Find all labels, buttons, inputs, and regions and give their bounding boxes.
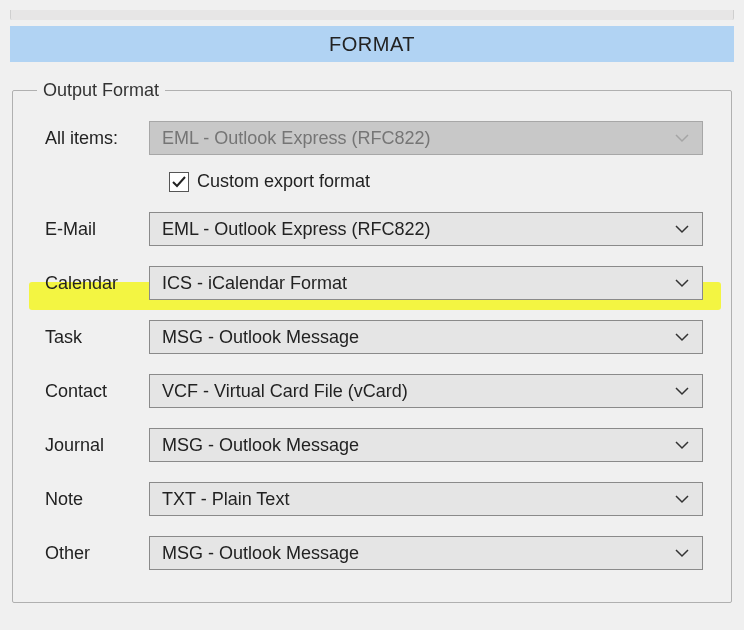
top-strip bbox=[10, 10, 734, 20]
combo-note[interactable]: TXT - Plain Text bbox=[149, 482, 703, 516]
combo-email-value: EML - Outlook Express (RFC822) bbox=[162, 219, 430, 240]
label-all-items: All items: bbox=[37, 128, 149, 149]
output-format-legend: Output Format bbox=[37, 80, 165, 101]
row-note: Note TXT - Plain Text bbox=[37, 482, 703, 516]
combo-all-items-value: EML - Outlook Express (RFC822) bbox=[162, 128, 430, 149]
row-contact: Contact VCF - Virtual Card File (vCard) bbox=[37, 374, 703, 408]
combo-task[interactable]: MSG - Outlook Message bbox=[149, 320, 703, 354]
combo-all-items: EML - Outlook Express (RFC822) bbox=[149, 121, 703, 155]
row-custom-export: Custom export format bbox=[169, 171, 703, 192]
row-all-items: All items: EML - Outlook Express (RFC822… bbox=[37, 121, 703, 155]
label-calendar: Calendar bbox=[37, 273, 149, 294]
custom-export-label: Custom export format bbox=[197, 171, 370, 192]
label-other: Other bbox=[37, 543, 149, 564]
output-format-group: Output Format All items: EML - Outlook E… bbox=[12, 80, 732, 603]
combo-contact-value: VCF - Virtual Card File (vCard) bbox=[162, 381, 408, 402]
combo-calendar-value: ICS - iCalendar Format bbox=[162, 273, 347, 294]
label-email: E-Mail bbox=[37, 219, 149, 240]
combo-email[interactable]: EML - Outlook Express (RFC822) bbox=[149, 212, 703, 246]
format-header-label: FORMAT bbox=[329, 33, 415, 55]
chevron-down-icon bbox=[674, 130, 690, 146]
label-note: Note bbox=[37, 489, 149, 510]
chevron-down-icon bbox=[674, 329, 690, 345]
chevron-down-icon bbox=[674, 221, 690, 237]
label-contact: Contact bbox=[37, 381, 149, 402]
combo-other[interactable]: MSG - Outlook Message bbox=[149, 536, 703, 570]
combo-contact[interactable]: VCF - Virtual Card File (vCard) bbox=[149, 374, 703, 408]
chevron-down-icon bbox=[674, 437, 690, 453]
combo-note-value: TXT - Plain Text bbox=[162, 489, 289, 510]
row-calendar: Calendar ICS - iCalendar Format bbox=[37, 266, 703, 300]
row-other: Other MSG - Outlook Message bbox=[37, 536, 703, 570]
chevron-down-icon bbox=[674, 275, 690, 291]
combo-other-value: MSG - Outlook Message bbox=[162, 543, 359, 564]
format-header: FORMAT bbox=[10, 26, 734, 62]
combo-journal[interactable]: MSG - Outlook Message bbox=[149, 428, 703, 462]
combo-task-value: MSG - Outlook Message bbox=[162, 327, 359, 348]
settings-panel: FORMAT Output Format All items: EML - Ou… bbox=[0, 0, 744, 630]
label-task: Task bbox=[37, 327, 149, 348]
custom-export-checkbox[interactable] bbox=[169, 172, 189, 192]
row-task: Task MSG - Outlook Message bbox=[37, 320, 703, 354]
label-journal: Journal bbox=[37, 435, 149, 456]
row-email: E-Mail EML - Outlook Express (RFC822) bbox=[37, 212, 703, 246]
row-journal: Journal MSG - Outlook Message bbox=[37, 428, 703, 462]
chevron-down-icon bbox=[674, 545, 690, 561]
combo-calendar[interactable]: ICS - iCalendar Format bbox=[149, 266, 703, 300]
chevron-down-icon bbox=[674, 491, 690, 507]
combo-journal-value: MSG - Outlook Message bbox=[162, 435, 359, 456]
chevron-down-icon bbox=[674, 383, 690, 399]
